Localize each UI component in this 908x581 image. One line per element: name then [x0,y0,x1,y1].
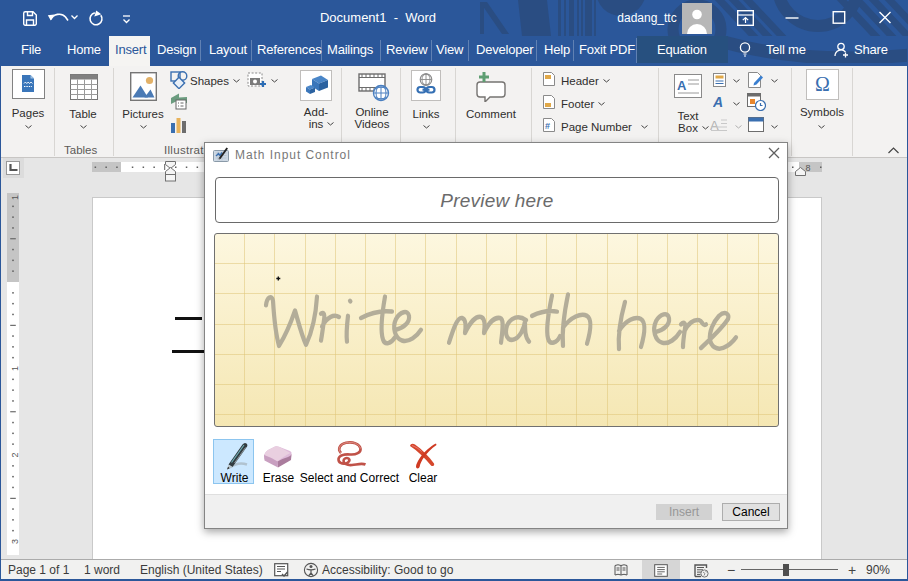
svg-text:A: A [677,78,687,93]
svg-text:1: 1 [10,366,19,371]
svg-text:Ω: Ω [815,73,830,95]
svg-text:#: # [545,121,550,131]
svg-text:3: 3 [10,539,19,544]
svg-text:1: 1 [10,195,19,200]
svg-text:A: A [713,95,723,108]
svg-text:8: 8 [805,163,810,173]
svg-text:2: 2 [10,452,19,457]
